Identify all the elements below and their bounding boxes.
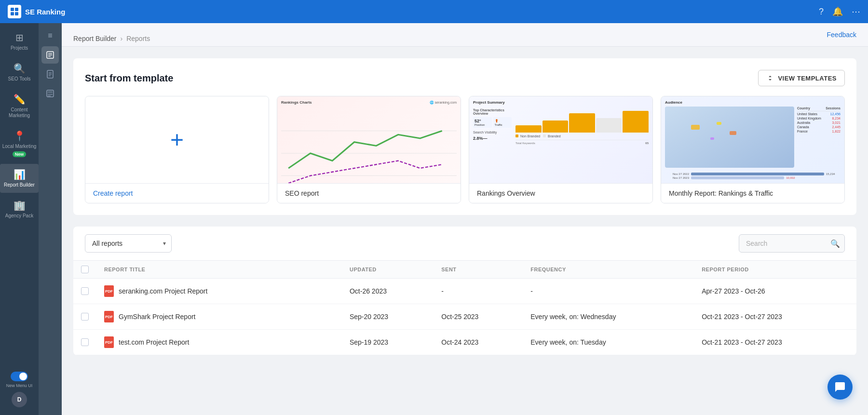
row-3-period: Oct-21 2023 - Oct-27 2023 — [694, 330, 856, 355]
secondary-menu-btn[interactable]: ≡ — [41, 27, 59, 44]
breadcrumb-current: Reports — [126, 35, 150, 42]
sidebar-item-local-marketing[interactable]: 📍 Local Marketing New — [0, 125, 39, 162]
projects-icon: ⊞ — [15, 32, 24, 43]
avatar[interactable]: D — [12, 392, 27, 407]
row-1-updated: Oct-26 2023 — [342, 279, 434, 304]
select-all-checkbox[interactable] — [81, 266, 89, 273]
breadcrumb: Report Builder › Reports — [73, 35, 150, 42]
avatar-letter: D — [17, 396, 22, 403]
rankings-label: Rankings Overview — [477, 189, 645, 197]
table-row: PDF GymShark Project Report Sep-20 2023 … — [73, 304, 856, 330]
new-menu-toggle[interactable] — [11, 372, 28, 381]
breadcrumb-separator: › — [121, 35, 123, 42]
sidebar-label-content-marketing: Content Marketing — [2, 107, 37, 119]
row-3-frequency: Every week, on: Tuesday — [523, 330, 694, 355]
col-updated: UPDATED — [342, 261, 434, 279]
reports-section: All reports My reports Shared reports 🔍 — [73, 227, 856, 355]
reports-table-header: REPORT TITLE UPDATED SENT FREQUENCY REPO… — [73, 261, 856, 279]
create-report-footer: Create report — [85, 183, 269, 203]
agency-pack-icon: 🏢 — [14, 200, 26, 211]
chat-button[interactable] — [827, 375, 853, 400]
col-frequency: FREQUENCY — [523, 261, 694, 279]
svg-rect-2 — [11, 12, 14, 15]
template-card-monthly[interactable]: Audience — [661, 96, 845, 203]
filter-select[interactable]: All reports My reports Shared reports — [85, 234, 172, 253]
main-sidebar: ⊞ Projects 🔍 SEO Tools ✏️ Content Market… — [0, 23, 39, 415]
template-card-create[interactable]: + Create report — [85, 96, 269, 203]
sidebar-item-projects[interactable]: ⊞ Projects — [0, 27, 39, 56]
rankings-footer: Rankings Overview — [469, 183, 652, 203]
monthly-footer: Monthly Report: Rankings & Traffic — [661, 183, 844, 203]
sidebar-label-seo-tools: SEO Tools — [8, 76, 30, 82]
table-row: PDF test.com Project Report Sep-19 2023 … — [73, 330, 856, 355]
row-3-checkbox[interactable] — [81, 338, 89, 346]
more-icon[interactable]: ⋯ — [852, 6, 860, 17]
app-logo[interactable]: SE Ranking — [8, 5, 65, 18]
secondary-sidebar: ≡ — [39, 23, 62, 415]
top-navigation: SE Ranking ? 🔔 ⋯ — [0, 0, 868, 23]
template-section: Start from template VIEW TEMPLATES + — [73, 58, 856, 215]
row-1-checkbox[interactable] — [81, 287, 89, 295]
sidebar-label-report-builder: Report Builder — [4, 182, 35, 188]
bell-icon[interactable]: 🔔 — [832, 6, 843, 17]
seo-report-footer: SEO report — [277, 183, 461, 203]
breadcrumb-parent[interactable]: Report Builder — [73, 35, 117, 42]
filter-select-wrap: All reports My reports Shared reports — [85, 234, 172, 253]
row-3-title: test.com Project Report — [119, 338, 189, 346]
sidebar-item-report-builder[interactable]: 📊 Report Builder — [0, 164, 39, 193]
svg-rect-3 — [15, 12, 18, 15]
sidebar-item-content-marketing[interactable]: ✏️ Content Marketing — [0, 89, 39, 123]
row-1-period: Apr-27 2023 - Oct-26 — [694, 279, 856, 304]
app-name: SE Ranking — [25, 8, 65, 16]
reports-toolbar: All reports My reports Shared reports 🔍 — [73, 227, 856, 261]
col-period: REPORT PERIOD — [694, 261, 856, 279]
view-templates-button[interactable]: VIEW TEMPLATES — [758, 70, 845, 86]
row-3-title-wrap: PDF test.com Project Report — [104, 336, 334, 348]
row-1-sent: - — [434, 279, 523, 304]
template-section-title: Start from template — [85, 73, 173, 84]
pdf-icon: PDF — [104, 336, 114, 348]
template-card-rankings[interactable]: Project Summary Top Characteristics Over… — [469, 96, 653, 203]
view-templates-label: VIEW TEMPLATES — [778, 75, 837, 82]
help-icon[interactable]: ? — [819, 7, 824, 17]
pdf-icon: PDF — [104, 311, 114, 322]
sidebar-bottom: New Menu UI D — [6, 368, 33, 411]
secondary-template-btn[interactable] — [41, 85, 59, 102]
page-header: Report Builder › Reports Feedback — [62, 23, 868, 47]
row-2-frequency: Every week, on: Wednesday — [523, 304, 694, 330]
row-3-updated: Sep-19 2023 — [342, 330, 434, 355]
seo-tools-icon: 🔍 — [14, 63, 26, 74]
sidebar-item-agency-pack[interactable]: 🏢 Agency Pack — [0, 195, 39, 224]
new-menu-label: New Menu UI — [6, 383, 33, 388]
row-2-period: Oct-21 2023 - Oct-27 2023 — [694, 304, 856, 330]
create-report-preview: + — [85, 96, 269, 183]
reports-table: REPORT TITLE UPDATED SENT FREQUENCY REPO… — [73, 261, 856, 355]
col-report-title: REPORT TITLE — [96, 261, 342, 279]
row-2-title: GymShark Project Report — [119, 313, 196, 321]
create-plus-icon: + — [170, 128, 184, 151]
row-3-sent: Oct-24 2023 — [434, 330, 523, 355]
new-badge: New — [13, 151, 27, 157]
row-1-title: seranking.com Project Report — [119, 287, 207, 295]
template-card-seo[interactable]: Rankings Charts 🌐 seranking.com — [277, 96, 461, 203]
report-builder-icon: 📊 — [14, 169, 26, 180]
row-2-checkbox[interactable] — [81, 313, 89, 321]
chat-icon — [834, 381, 846, 393]
seo-report-label: SEO report — [285, 189, 453, 197]
template-header: Start from template VIEW TEMPLATES — [85, 70, 845, 86]
nav-icons: ? 🔔 ⋯ — [819, 6, 860, 17]
svg-rect-0 — [11, 8, 14, 11]
sidebar-item-seo-tools[interactable]: 🔍 SEO Tools — [0, 58, 39, 87]
monthly-preview: Audience — [661, 96, 844, 183]
seo-report-preview: Rankings Charts 🌐 seranking.com — [277, 96, 461, 183]
svg-rect-13 — [48, 91, 53, 93]
row-2-sent: Oct-25 2023 — [434, 304, 523, 330]
sidebar-label-local-marketing: Local Marketing — [2, 144, 37, 149]
secondary-document-btn[interactable] — [41, 66, 59, 83]
feedback-button[interactable]: Feedback — [827, 31, 856, 46]
create-report-label: Create report — [93, 189, 261, 197]
search-input-wrap: 🔍 — [739, 234, 845, 253]
secondary-report-btn[interactable] — [41, 46, 59, 64]
search-input[interactable] — [739, 234, 845, 253]
col-sent: SENT — [434, 261, 523, 279]
